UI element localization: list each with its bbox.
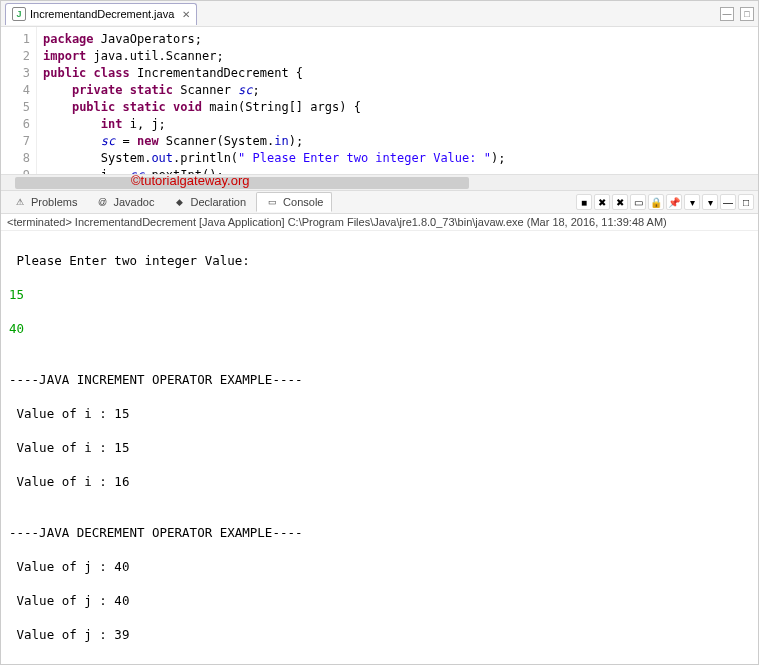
javadoc-icon: @ — [95, 195, 109, 209]
tab-problems[interactable]: ⚠ Problems — [5, 193, 85, 211]
clear-console-icon[interactable]: ▭ — [630, 194, 646, 210]
pin-console-icon[interactable]: 📌 — [666, 194, 682, 210]
code-line[interactable]: private static Scanner sc; — [43, 82, 758, 99]
min-icon[interactable]: — — [720, 194, 736, 210]
minimize-icon[interactable]: — — [720, 7, 734, 21]
code-line[interactable]: sc = new Scanner(System.in); — [43, 133, 758, 150]
java-file-icon: J — [12, 7, 26, 21]
code-line[interactable]: package JavaOperators; — [43, 31, 758, 48]
declaration-icon: ◆ — [172, 195, 186, 209]
display-selected-icon[interactable]: ▾ — [684, 194, 700, 210]
console-line: Value of j : 40 — [9, 558, 750, 575]
console-output[interactable]: Please Enter two integer Value: 15 40 --… — [1, 231, 758, 664]
code-line[interactable]: public static void main(String[] args) { — [43, 99, 758, 116]
line-number-gutter: 123456789101112131415161718192021 — [1, 27, 37, 174]
console-line: Value of i : 15 — [9, 439, 750, 456]
console-line: Please Enter two integer Value: — [9, 252, 750, 269]
code-editor[interactable]: 123456789101112131415161718192021 packag… — [1, 27, 758, 174]
remove-all-icon[interactable]: ✖ — [612, 194, 628, 210]
open-console-icon[interactable]: ▾ — [702, 194, 718, 210]
tab-declaration[interactable]: ◆ Declaration — [164, 193, 254, 211]
tab-console-label: Console — [283, 196, 323, 208]
problems-icon: ⚠ — [13, 195, 27, 209]
code-line[interactable]: import java.util.Scanner; — [43, 48, 758, 65]
watermark-text: ©tutorialgateway.org — [131, 173, 249, 188]
console-input-line: 40 — [9, 320, 750, 337]
views-tab-bar: ⚠ Problems @ Javadoc ◆ Declaration ▭ Con… — [1, 190, 758, 214]
console-icon: ▭ — [265, 195, 279, 209]
console-line: Value of i : 15 — [9, 405, 750, 422]
console-line: Value of j : 39 — [9, 626, 750, 643]
code-line[interactable]: int i, j; — [43, 116, 758, 133]
console-header: <terminated> IncrementandDecrement [Java… — [1, 214, 758, 231]
tab-declaration-label: Declaration — [190, 196, 246, 208]
remove-launch-icon[interactable]: ✖ — [594, 194, 610, 210]
editor-tab-bar: J IncrementandDecrement.java ✕ — □ — [1, 1, 758, 27]
tab-javadoc[interactable]: @ Javadoc — [87, 193, 162, 211]
console-line: ----JAVA DECREMENT OPERATOR EXAMPLE---- — [9, 524, 750, 541]
tab-javadoc-label: Javadoc — [113, 196, 154, 208]
window-controls: — □ — [720, 7, 754, 21]
close-icon[interactable]: ✕ — [182, 9, 190, 20]
code-line[interactable]: System.out.println(" Please Enter two in… — [43, 150, 758, 167]
scroll-lock-icon[interactable]: 🔒 — [648, 194, 664, 210]
console-input-line: 15 — [9, 286, 750, 303]
code-area[interactable]: package JavaOperators;import java.util.S… — [37, 27, 758, 174]
max-icon[interactable]: □ — [738, 194, 754, 210]
tab-console[interactable]: ▭ Console — [256, 192, 332, 212]
tab-problems-label: Problems — [31, 196, 77, 208]
maximize-icon[interactable]: □ — [740, 7, 754, 21]
editor-tab[interactable]: J IncrementandDecrement.java ✕ — [5, 3, 197, 25]
tab-filename: IncrementandDecrement.java — [30, 8, 174, 20]
terminate-icon[interactable]: ■ — [576, 194, 592, 210]
horizontal-scrollbar[interactable]: ©tutorialgateway.org — [1, 174, 758, 190]
console-toolbar: ■ ✖ ✖ ▭ 🔒 📌 ▾ ▾ — □ — [576, 194, 754, 210]
console-line: ----JAVA INCREMENT OPERATOR EXAMPLE---- — [9, 371, 750, 388]
console-line: Value of j : 40 — [9, 592, 750, 609]
console-line: Value of i : 16 — [9, 473, 750, 490]
code-line[interactable]: public class IncrementandDecrement { — [43, 65, 758, 82]
